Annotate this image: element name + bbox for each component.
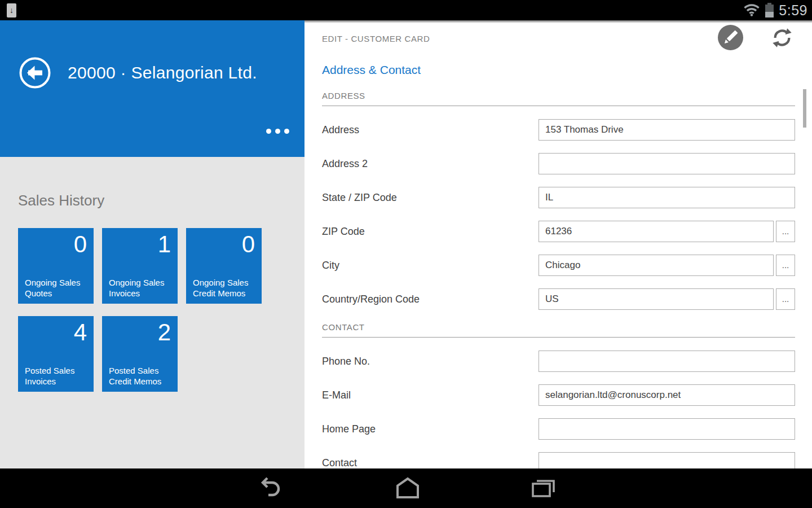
customer-form: ADDRESSAddressAddress 2State / ZIP CodeZ… [322, 91, 795, 468]
status-time: 5:59 [779, 0, 807, 20]
form-row-zip-code: ZIP Code... [322, 221, 795, 242]
field-input-home-page[interactable] [539, 418, 795, 440]
tile-label: Ongoing Sales Quotes [25, 277, 88, 299]
field-area [539, 153, 795, 174]
field-input-address[interactable] [539, 119, 795, 141]
customer-title: 20000 · Selangorian Ltd. [68, 63, 293, 82]
tile-ongoing-sales-quotes[interactable]: 0Ongoing Sales Quotes [18, 228, 94, 304]
tile-count: 1 [109, 230, 171, 259]
lookup-button-city[interactable]: ... [776, 255, 795, 276]
field-input-city[interactable] [539, 255, 774, 276]
field-label: Phone No. [322, 351, 539, 372]
tile-ongoing-sales-credit-memos[interactable]: 0Ongoing Sales Credit Memos [186, 228, 262, 304]
sales-history-tiles: 0Ongoing Sales Quotes1Ongoing Sales Invo… [18, 228, 304, 392]
field-label: E-Mail [322, 384, 539, 406]
nav-back-icon [255, 476, 285, 501]
sales-history-panel: Sales History 0Ongoing Sales Quotes1Ongo… [0, 157, 304, 468]
field-area: ... [539, 255, 795, 276]
field-input-state-zip-code[interactable] [539, 187, 795, 208]
field-input-phone-no[interactable] [539, 351, 795, 372]
form-row-address: Address [322, 119, 795, 141]
form-row-address-2: Address 2 [322, 153, 795, 174]
edit-pencil-button[interactable] [718, 25, 743, 52]
tile-posted-sales-credit-memos[interactable]: 2Posted Sales Credit Memos [102, 316, 178, 392]
more-options-icon[interactable] [266, 129, 289, 134]
lookup-button-zip-code[interactable]: ... [776, 221, 795, 242]
field-input-e-mail[interactable] [539, 384, 795, 406]
lookup-button-country-region-code[interactable]: ... [776, 288, 795, 310]
field-label: Home Page [322, 418, 539, 440]
form-row-home-page: Home Page [322, 418, 795, 440]
tile-label: Posted Sales Credit Memos [109, 365, 172, 387]
field-area [539, 119, 795, 141]
tile-label: Ongoing Sales Invoices [109, 277, 172, 299]
form-section-contact: CONTACTPhone No.E-MailHome PageContact [322, 322, 795, 468]
form-header-title: EDIT - CUSTOMER CARD [322, 34, 430, 43]
field-label: Country/Region Code [322, 288, 539, 310]
edit-form-panel: EDIT - CUSTOMER CARD [304, 20, 812, 468]
tile-count: 0 [25, 230, 87, 259]
field-label: City [322, 255, 539, 276]
field-area [539, 187, 795, 208]
form-row-e-mail: E-Mail [322, 384, 795, 406]
section-divider [322, 106, 795, 106]
field-area [539, 351, 795, 372]
form-rows: Phone No.E-MailHome PageContact [322, 351, 795, 468]
field-input-address-2[interactable] [539, 153, 795, 174]
nav-home-button[interactable] [388, 468, 427, 508]
tile-posted-sales-invoices[interactable]: 4Posted Sales Invoices [18, 316, 94, 392]
field-input-zip-code[interactable] [539, 221, 774, 242]
customer-panel: 20000 · Selangorian Ltd. Sales History 0… [0, 20, 304, 468]
nav-back-button[interactable] [250, 468, 290, 508]
tile-ongoing-sales-invoices[interactable]: 1Ongoing Sales Invoices [102, 228, 178, 304]
tile-count: 4 [25, 318, 87, 347]
field-label: State / ZIP Code [322, 187, 539, 208]
back-arrow-icon [19, 82, 51, 91]
wifi-icon [743, 2, 760, 19]
tile-label: Posted Sales Invoices [25, 365, 88, 387]
nav-home-icon [393, 476, 422, 501]
form-rows: AddressAddress 2State / ZIP CodeZIP Code… [322, 119, 795, 310]
field-label: Address [322, 119, 539, 141]
pencil-icon [718, 43, 743, 52]
form-header: EDIT - CUSTOMER CARD [322, 25, 795, 52]
app-area: 20000 · Selangorian Ltd. Sales History 0… [0, 20, 812, 468]
form-row-city: City... [322, 255, 795, 276]
tile-count: 2 [109, 318, 171, 347]
field-area [539, 384, 795, 406]
battery-icon [765, 5, 774, 17]
refresh-button[interactable] [770, 26, 794, 51]
tile-label: Ongoing Sales Credit Memos [193, 277, 256, 299]
sales-history-heading: Sales History [18, 192, 304, 209]
section-divider [322, 337, 795, 338]
nav-recents-icon [528, 476, 558, 501]
field-input-contact[interactable] [539, 452, 795, 468]
status-bar: ↓ 5:59 [0, 0, 812, 20]
customer-header: 20000 · Selangorian Ltd. [0, 20, 304, 157]
form-row-contact: Contact [322, 452, 795, 468]
section-title: ADDRESS [322, 91, 795, 100]
form-row-phone-no: Phone No. [322, 351, 795, 372]
page-title: Address & Contact [322, 63, 795, 77]
section-title: CONTACT [322, 322, 795, 332]
field-area [539, 418, 795, 440]
field-label: Contact [322, 452, 539, 468]
refresh-icon [770, 43, 794, 51]
field-area: ... [539, 288, 795, 310]
form-section-address: ADDRESSAddressAddress 2State / ZIP CodeZ… [322, 91, 795, 310]
back-button[interactable] [19, 56, 51, 89]
download-notification-icon: ↓ [7, 3, 16, 17]
form-row-state-zip-code: State / ZIP Code [322, 187, 795, 208]
field-label: ZIP Code [322, 221, 539, 242]
field-input-country-region-code[interactable] [539, 288, 774, 310]
tile-count: 0 [193, 230, 255, 259]
field-label: Address 2 [322, 153, 539, 174]
nav-recents-button[interactable] [523, 468, 563, 508]
scrollbar-thumb[interactable] [803, 89, 806, 128]
field-area: ... [539, 221, 795, 242]
android-nav-bar [0, 468, 812, 508]
field-area [539, 452, 795, 468]
screen: ↓ 5:59 [0, 0, 812, 508]
form-row-country-region-code: Country/Region Code... [322, 288, 795, 310]
